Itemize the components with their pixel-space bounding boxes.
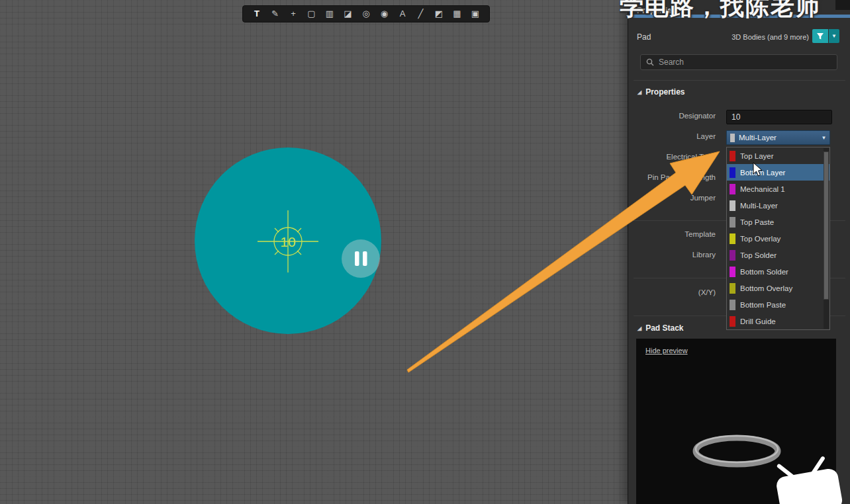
layer-option-multi-layer[interactable]: Multi-Layer — [727, 197, 829, 214]
layer-option-label: Top Layer — [740, 152, 774, 160]
designator-input[interactable] — [726, 110, 832, 124]
field-label-template: Template — [628, 230, 716, 238]
layer-option-top-paste[interactable]: Top Paste — [727, 214, 829, 230]
pad-graphics: 10 — [0, 0, 628, 504]
filter-button[interactable] — [812, 29, 828, 43]
layer-color-swatch — [730, 300, 735, 310]
section-label: Properties — [645, 87, 685, 97]
selection-rect-icon[interactable]: ▢ — [305, 6, 319, 22]
divider — [634, 80, 845, 81]
layer-option-top-layer[interactable]: Top Layer — [727, 147, 829, 164]
scrollbar-thumb[interactable] — [824, 151, 829, 300]
annotation-toolbar: T✎+▢▥◪◎◉A╱◩▦▣ — [242, 5, 490, 22]
layer-color-swatch — [730, 267, 735, 277]
corner-box — [835, 0, 850, 10]
layer-option-label: Top Overlay — [740, 235, 780, 243]
pcb-canvas[interactable]: 10 — [0, 0, 628, 504]
histogram-icon[interactable]: ▥ — [322, 6, 337, 22]
layer-color-swatch — [730, 217, 735, 228]
filter-dropdown-button[interactable]: ▼ — [829, 29, 839, 43]
pin-icon[interactable]: ◉ — [377, 6, 392, 22]
marker-pen-icon[interactable]: ✎ — [268, 6, 283, 22]
image-tool-icon[interactable]: ▣ — [468, 6, 483, 22]
layer-value-swatch — [730, 134, 735, 142]
circle-tool-icon[interactable]: ◎ — [359, 6, 373, 22]
field-label-layer: Layer — [628, 132, 716, 140]
layer-option-label: Multi-Layer — [740, 202, 778, 210]
layer-color-swatch — [730, 151, 735, 161]
scope-filter-label: 3D Bodies (and 9 more) — [732, 33, 809, 41]
grid-tool-icon[interactable]: ▦ — [450, 6, 465, 22]
layer-color-swatch — [730, 283, 735, 294]
layer-option-drill-guide[interactable]: Drill Guide — [727, 313, 829, 329]
object-type-label: Pad — [637, 32, 651, 42]
funnel-icon — [816, 32, 824, 40]
pause-button[interactable] — [342, 239, 380, 278]
dropdown-scrollbar[interactable] — [824, 148, 829, 329]
altium-pcb-editor: 10 T✎+▢▥◪◎◉A╱◩▦▣ Properties Pad 3D Bodie… — [0, 0, 850, 504]
collapse-triangle-icon: ◢ — [638, 325, 641, 331]
layer-color-swatch — [730, 250, 735, 261]
layer-dropdown[interactable]: Multi-Layer ▼ — [726, 130, 830, 145]
layer-color-swatch — [730, 184, 735, 194]
layer-option-label: Drill Guide — [740, 317, 776, 325]
hide-preview-link[interactable]: Hide preview — [645, 347, 688, 355]
section-header-pad-stack[interactable]: ◢ Pad Stack — [638, 323, 684, 333]
search-placeholder: Search — [659, 58, 684, 67]
field-label-pin-package-length: Pin Package Length — [628, 173, 716, 181]
layer-dropdown-value: Multi-Layer — [735, 134, 818, 142]
layer-option-top-solder[interactable]: Top Solder — [727, 247, 829, 263]
layer-option-mechanical-1[interactable]: Mechanical 1 — [727, 181, 829, 197]
layer-option-bottom-paste[interactable]: Bottom Paste — [727, 296, 829, 313]
layer-dropdown-list: Top LayerBottom LayerMechanical 1Multi-L… — [726, 147, 830, 330]
layer-option-label: Mechanical 1 — [740, 185, 785, 193]
layer-option-label: Top Solder — [740, 251, 777, 259]
field-label-designator: Designator — [628, 112, 716, 120]
layer-option-label: Top Paste — [740, 218, 774, 226]
chevron-down-icon: ▼ — [831, 33, 837, 39]
pad-designator: 10 — [280, 234, 295, 249]
layer-option-list: Top LayerBottom LayerMechanical 1Multi-L… — [727, 147, 829, 329]
watermark-text: 学电路，找陈老师 — [620, 0, 850, 19]
search-input[interactable]: Search — [640, 54, 837, 70]
layer-option-bottom-layer[interactable]: Bottom Layer — [727, 164, 829, 181]
section-header-properties[interactable]: ◢ Properties — [638, 87, 685, 97]
layer-option-label: Bottom Solder — [740, 268, 788, 276]
properties-panel: Properties Pad 3D Bodies (and 9 more) ▼ … — [628, 0, 850, 504]
font-icon[interactable]: A — [395, 6, 410, 22]
section-label: Pad Stack — [645, 323, 683, 333]
layer-color-swatch — [730, 233, 735, 244]
line-tool-icon[interactable]: ╱ — [414, 6, 428, 22]
layer-option-bottom-overlay[interactable]: Bottom Overlay — [727, 280, 829, 296]
search-icon — [646, 58, 654, 66]
layer-option-label: Bottom Paste — [740, 301, 786, 309]
layer-color-swatch — [730, 316, 735, 327]
layer-option-label: Bottom Overlay — [740, 284, 792, 292]
field-label-x-y: (X/Y) — [628, 288, 716, 296]
text-tool-icon[interactable]: T — [250, 6, 264, 22]
collapse-triangle-icon: ◢ — [638, 89, 641, 95]
layer-option-top-overlay[interactable]: Top Overlay — [727, 230, 829, 247]
crosshair-icon[interactable]: + — [286, 6, 301, 22]
layer-option-bottom-solder[interactable]: Bottom Solder — [727, 263, 829, 280]
layer-color-swatch — [730, 167, 735, 178]
layer-color-swatch — [730, 200, 735, 211]
diagonal-box-icon[interactable]: ◩ — [432, 6, 446, 22]
field-label-library: Library — [628, 251, 716, 259]
layer-option-label: Bottom Layer — [740, 169, 785, 177]
eraser-icon[interactable]: ◪ — [341, 6, 355, 22]
field-label-jumper: Jumper — [628, 194, 716, 202]
chevron-down-icon[interactable]: ▼ — [818, 135, 829, 141]
field-label-electrical-type: Electrical Type — [628, 153, 716, 161]
